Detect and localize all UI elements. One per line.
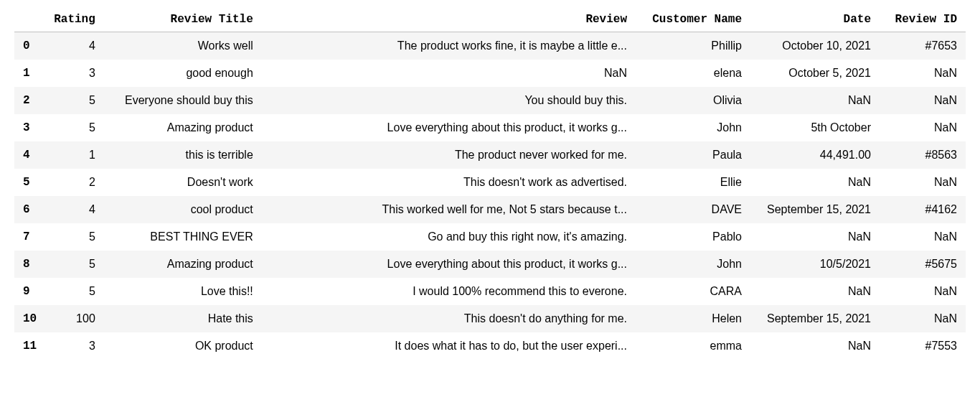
cell-review: It does what it has to do, but the user … <box>262 332 636 360</box>
cell-date: October 10, 2021 <box>750 32 880 60</box>
cell-review-id: #7653 <box>880 32 966 60</box>
cell-rating: 100 <box>45 305 104 332</box>
cell-rating: 4 <box>45 196 104 223</box>
dataframe-table: Rating Review Title Review Customer Name… <box>14 7 966 360</box>
cell-review-title: Doesn't work <box>104 169 262 196</box>
cell-date: 10/5/2021 <box>750 251 880 278</box>
cell-review: Go and buy this right now, it's amazing. <box>262 223 636 251</box>
cell-rating: 3 <box>45 332 104 360</box>
cell-index: 10 <box>14 305 45 332</box>
cell-rating: 5 <box>45 278 104 305</box>
table-row: 04Works wellThe product works fine, it i… <box>14 32 966 60</box>
table-row: 41this is terribleThe product never work… <box>14 141 966 169</box>
cell-customer-name: John <box>636 114 750 141</box>
cell-review-title: cool product <box>104 196 262 223</box>
cell-review: I would 100% recommend this to everone. <box>262 278 636 305</box>
cell-date: NaN <box>750 87 880 114</box>
cell-review: Love everything about this product, it w… <box>262 251 636 278</box>
cell-review-id: NaN <box>880 223 966 251</box>
cell-date: NaN <box>750 332 880 360</box>
table-row: 13good enoughNaNelenaOctober 5, 2021NaN <box>14 60 966 87</box>
cell-index: 7 <box>14 223 45 251</box>
cell-rating: 2 <box>45 169 104 196</box>
cell-review-title: good enough <box>104 60 262 87</box>
header-review: Review <box>262 7 636 32</box>
cell-rating: 5 <box>45 223 104 251</box>
cell-review-id: NaN <box>880 114 966 141</box>
cell-review-id: #8563 <box>880 141 966 169</box>
cell-review-title: BEST THING EVER <box>104 223 262 251</box>
cell-customer-name: CARA <box>636 278 750 305</box>
cell-review: This doesn't do anything for me. <box>262 305 636 332</box>
cell-review-title: Love this!! <box>104 278 262 305</box>
cell-date: 5th October <box>750 114 880 141</box>
cell-index: 11 <box>14 332 45 360</box>
cell-date: October 5, 2021 <box>750 60 880 87</box>
cell-review-id: NaN <box>880 169 966 196</box>
cell-review: You should buy this. <box>262 87 636 114</box>
cell-review: Love everything about this product, it w… <box>262 114 636 141</box>
cell-index: 9 <box>14 278 45 305</box>
header-date: Date <box>750 7 880 32</box>
table-row: 85Amazing productLove everything about t… <box>14 251 966 278</box>
cell-customer-name: Paula <box>636 141 750 169</box>
cell-review: This doesn't work as advertised. <box>262 169 636 196</box>
cell-customer-name: John <box>636 251 750 278</box>
table-row: 25Everyone should buy thisYou should buy… <box>14 87 966 114</box>
cell-customer-name: emma <box>636 332 750 360</box>
cell-review-id: NaN <box>880 278 966 305</box>
cell-review-id: NaN <box>880 60 966 87</box>
cell-review-id: #7553 <box>880 332 966 360</box>
cell-rating: 5 <box>45 251 104 278</box>
table-row: 10100Hate thisThis doesn't do anything f… <box>14 305 966 332</box>
cell-rating: 5 <box>45 114 104 141</box>
cell-review: The product never worked for me. <box>262 141 636 169</box>
cell-rating: 3 <box>45 60 104 87</box>
cell-index: 5 <box>14 169 45 196</box>
cell-date: NaN <box>750 278 880 305</box>
cell-index: 0 <box>14 32 45 60</box>
cell-review-id: #5675 <box>880 251 966 278</box>
cell-date: September 15, 2021 <box>750 305 880 332</box>
table-row: 75BEST THING EVERGo and buy this right n… <box>14 223 966 251</box>
cell-rating: 4 <box>45 32 104 60</box>
cell-customer-name: Helen <box>636 305 750 332</box>
cell-date: 44,491.00 <box>750 141 880 169</box>
cell-review: The product works fine, it is maybe a li… <box>262 32 636 60</box>
cell-review-id: #4162 <box>880 196 966 223</box>
cell-review-id: NaN <box>880 305 966 332</box>
cell-review-title: Amazing product <box>104 114 262 141</box>
header-customer-name: Customer Name <box>636 7 750 32</box>
table-row: 64cool productThis worked well for me, N… <box>14 196 966 223</box>
header-index <box>14 7 45 32</box>
table-body: 04Works wellThe product works fine, it i… <box>14 32 966 360</box>
cell-index: 1 <box>14 60 45 87</box>
cell-review-title: Works well <box>104 32 262 60</box>
header-rating: Rating <box>45 7 104 32</box>
cell-review: NaN <box>262 60 636 87</box>
cell-index: 2 <box>14 87 45 114</box>
table-row: 35Amazing productLove everything about t… <box>14 114 966 141</box>
cell-customer-name: Olivia <box>636 87 750 114</box>
table-header: Rating Review Title Review Customer Name… <box>14 7 966 32</box>
cell-index: 8 <box>14 251 45 278</box>
cell-customer-name: Pablo <box>636 223 750 251</box>
cell-review-title: Everyone should buy this <box>104 87 262 114</box>
cell-review-title: this is terrible <box>104 141 262 169</box>
cell-customer-name: elena <box>636 60 750 87</box>
cell-date: NaN <box>750 169 880 196</box>
cell-index: 3 <box>14 114 45 141</box>
header-review-id: Review ID <box>880 7 966 32</box>
cell-date: NaN <box>750 223 880 251</box>
cell-customer-name: Ellie <box>636 169 750 196</box>
cell-review: This worked well for me, Not 5 stars bec… <box>262 196 636 223</box>
cell-customer-name: Phillip <box>636 32 750 60</box>
cell-rating: 1 <box>45 141 104 169</box>
cell-review-title: Hate this <box>104 305 262 332</box>
table-row: 95Love this!!I would 100% recommend this… <box>14 278 966 305</box>
cell-index: 6 <box>14 196 45 223</box>
cell-rating: 5 <box>45 87 104 114</box>
table-row: 52Doesn't workThis doesn't work as adver… <box>14 169 966 196</box>
header-review-title: Review Title <box>104 7 262 32</box>
table-row: 113OK productIt does what it has to do, … <box>14 332 966 360</box>
